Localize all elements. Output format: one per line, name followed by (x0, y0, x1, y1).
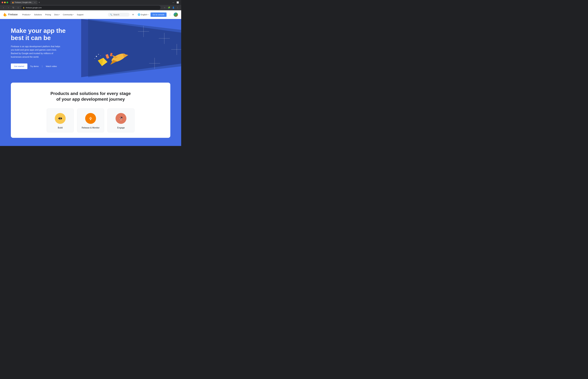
search-label: Search (113, 14, 119, 16)
tab-title: Firebase | Google's Mobile & (15, 1, 33, 3)
build-label: Build (58, 126, 63, 129)
products-chevron-icon: ▾ (30, 14, 31, 15)
svg-marker-1 (88, 19, 181, 77)
tab-favicon-icon: 🔥 (12, 1, 14, 3)
close-button[interactable] (2, 2, 3, 3)
cta-divider: | (42, 65, 43, 67)
traffic-lights (2, 2, 8, 3)
watch-video-link[interactable]: Watch video (46, 65, 57, 67)
home-button[interactable]: ⌂ (16, 6, 20, 10)
svg-point-20 (94, 58, 95, 59)
bookmark-icon[interactable]: ☆ (163, 6, 167, 10)
hero-cta: Get started Try demo | Watch video (11, 63, 79, 69)
more-options-button[interactable]: ⋮ (168, 12, 172, 17)
browser-actions: ☆ 🧩 👤 ⋮ (163, 6, 180, 10)
products-section: Products and solutions for every stage o… (0, 77, 181, 146)
nav-solutions[interactable]: Solutions (33, 13, 43, 17)
profile-avatar (174, 13, 178, 17)
browser-toolbar: ‹ › ↻ ⌂ 🔒 firebase.google.com ☆ 🧩 👤 ⋮ (0, 5, 181, 10)
svg-point-26 (90, 118, 91, 119)
window-restore-icon[interactable]: ⬜ (176, 0, 180, 4)
nav-pricing[interactable]: Pricing (44, 13, 52, 17)
menu-icon[interactable]: ⋮ (176, 6, 180, 10)
lock-icon: 🔒 (23, 7, 25, 9)
svg-point-27 (90, 119, 91, 120)
minimize-button[interactable] (4, 2, 6, 3)
community-chevron-icon: ▾ (73, 14, 74, 15)
release-monitor-label: Release & Monitor (82, 126, 100, 129)
globe-icon: 🌐 (138, 13, 140, 16)
product-categories: Build (16, 109, 165, 132)
firebase-wordmark: Firebase (8, 13, 18, 16)
try-demo-link[interactable]: Try demo (30, 65, 39, 67)
navbar-left: Firebase Products ▾ Solutions Pricing Do… (3, 13, 85, 17)
hero-description: Firebase is an app development platform … (11, 45, 62, 59)
products-section-title: Products and solutions for every stage o… (50, 91, 131, 102)
window-minimize-icon[interactable]: — (171, 0, 175, 4)
theme-toggle-button[interactable]: ☀ (131, 12, 136, 17)
nav-support[interactable]: Support (75, 13, 85, 17)
back-button[interactable]: ‹ (2, 6, 5, 10)
release-monitor-icon (85, 113, 96, 124)
browser-chrome: 🔥 Firebase | Google's Mobile & ✕ + — ⬜ ‹… (0, 0, 181, 10)
svg-point-21 (100, 55, 101, 56)
products-card: Products and solutions for every stage o… (11, 83, 170, 138)
nav-products[interactable]: Products ▾ (21, 13, 32, 17)
refresh-button[interactable]: ↻ (11, 6, 15, 10)
build-icon (55, 113, 66, 124)
url-text: firebase.google.com (26, 7, 42, 9)
profile-button[interactable] (174, 13, 178, 17)
search-bar[interactable]: 🔍 Search (108, 13, 129, 16)
language-label: English (141, 14, 147, 16)
maximize-button[interactable] (6, 2, 8, 3)
forward-button[interactable]: › (6, 6, 10, 10)
category-build[interactable]: Build (47, 109, 74, 132)
nav-docs[interactable]: Docs ▾ (53, 13, 61, 17)
active-tab[interactable]: 🔥 Firebase | Google's Mobile & ✕ (10, 0, 37, 4)
profile-icon[interactable]: 👤 (171, 6, 175, 10)
language-selector[interactable]: 🌐 English ▾ (137, 13, 149, 16)
nav-links: Products ▾ Solutions Pricing Docs ▾ Comm… (21, 13, 85, 17)
firebase-flame-icon (3, 13, 7, 16)
browser-tabs: 🔥 Firebase | Google's Mobile & ✕ + (10, 0, 170, 4)
get-started-button[interactable]: Get started (11, 63, 27, 69)
go-to-console-button[interactable]: Go to console (151, 13, 167, 17)
nav-community[interactable]: Community ▾ (62, 13, 75, 17)
firebase-logo[interactable]: Firebase (3, 13, 18, 16)
browser-titlebar: 🔥 Firebase | Google's Mobile & ✕ + — ⬜ (0, 0, 181, 5)
engage-icon (116, 113, 126, 124)
hero-content: Make your app the best it can be Firebas… (11, 27, 79, 69)
navbar-right: 🔍 Search ☀ 🌐 English ▾ Go to console ⋮ (108, 12, 178, 17)
svg-point-19 (98, 54, 99, 55)
address-bar[interactable]: 🔒 firebase.google.com (21, 6, 161, 10)
category-release-monitor[interactable]: Release & Monitor (77, 109, 104, 132)
category-engage[interactable]: Engage (108, 109, 135, 132)
navbar: Firebase Products ▾ Solutions Pricing Do… (0, 10, 181, 19)
website-content: Firebase Products ▾ Solutions Pricing Do… (0, 10, 181, 146)
extensions-icon[interactable]: 🧩 (167, 6, 171, 10)
svg-point-18 (96, 56, 97, 57)
tab-close-icon[interactable]: ✕ (34, 1, 36, 3)
new-tab-button[interactable]: + (37, 0, 41, 4)
hero-section: Make your app the best it can be Firebas… (0, 19, 181, 77)
docs-chevron-icon: ▾ (59, 14, 60, 15)
engage-label: Engage (117, 126, 125, 129)
language-chevron-icon: ▾ (148, 14, 148, 15)
search-icon: 🔍 (110, 14, 112, 16)
hero-title: Make your app the best it can be (11, 27, 79, 42)
